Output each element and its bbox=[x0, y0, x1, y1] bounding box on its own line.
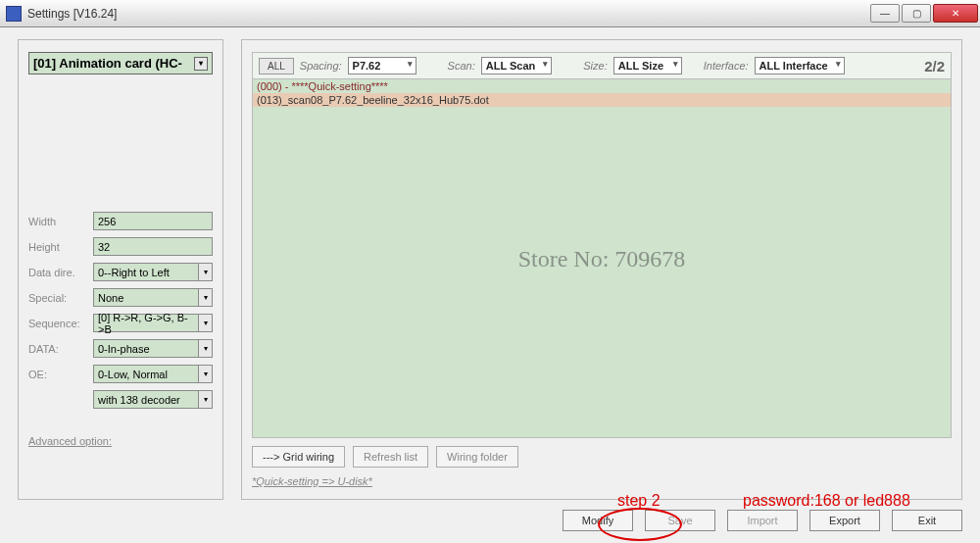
chevron-down-icon: ▾ bbox=[198, 366, 212, 382]
data-dire-select[interactable]: 0--Right to Left▾ bbox=[93, 263, 213, 281]
sequence-label: Sequence: bbox=[28, 318, 87, 329]
save-button[interactable]: Save bbox=[645, 510, 715, 531]
data-select[interactable]: 0-In-phase▾ bbox=[93, 339, 213, 358]
result-count: 2/2 bbox=[924, 58, 945, 74]
special-select[interactable]: None▾ bbox=[93, 288, 213, 307]
interface-label: Interface: bbox=[704, 60, 749, 72]
exit-button[interactable]: Exit bbox=[892, 510, 962, 531]
annotation-password: password:168 or led888 bbox=[743, 492, 910, 510]
spacing-select[interactable]: P7.62 bbox=[348, 57, 416, 74]
modify-button[interactable]: Modify bbox=[563, 510, 633, 531]
minimize-button[interactable]: ― bbox=[870, 4, 900, 23]
window-title: Settings [V16.24] bbox=[27, 7, 117, 21]
chevron-down-icon: ▾ bbox=[198, 391, 212, 408]
width-input[interactable]: 256 bbox=[93, 212, 213, 230]
all-button[interactable]: ALL bbox=[259, 58, 294, 74]
width-label: Width bbox=[28, 216, 87, 227]
interface-select[interactable]: ALL Interface bbox=[755, 57, 845, 74]
size-select[interactable]: ALL Size bbox=[613, 57, 682, 74]
advanced-option-link[interactable]: Advanced option: bbox=[28, 435, 213, 447]
card-select[interactable]: [01] Animation card (HC- ▾ bbox=[28, 52, 213, 74]
scan-select[interactable]: ALL Scan bbox=[481, 57, 553, 74]
height-input[interactable]: 32 bbox=[93, 237, 213, 256]
list-item[interactable]: (000) - ****Quick-setting**** bbox=[253, 79, 951, 93]
annotation-step: step 2 bbox=[617, 492, 661, 510]
spacing-label: Spacing: bbox=[300, 60, 342, 72]
left-panel: [01] Animation card (HC- ▾ Width 256 Hei… bbox=[18, 39, 223, 500]
special-label: Special: bbox=[28, 292, 87, 304]
height-label: Height bbox=[28, 241, 87, 253]
close-button[interactable]: ✕ bbox=[933, 4, 978, 23]
list-item[interactable]: (013)_scan08_P7.62_beeline_32x16_Hub75.d… bbox=[253, 93, 951, 107]
size-label: Size: bbox=[583, 60, 607, 72]
settings-list[interactable]: (000) - ****Quick-setting**** (013)_scan… bbox=[252, 79, 952, 438]
wiring-folder-button[interactable]: Wiring folder bbox=[436, 446, 518, 468]
right-panel: ALL Spacing: P7.62 Scan: ALL Scan Size: … bbox=[241, 39, 962, 500]
chevron-down-icon: ▾ bbox=[198, 289, 212, 306]
quick-setting-link[interactable]: *Quick-setting => U-disk* bbox=[252, 475, 952, 487]
maximize-button[interactable]: ▢ bbox=[902, 4, 931, 23]
app-icon bbox=[6, 6, 22, 22]
sequence-select[interactable]: [0] R->R, G->G, B->B▾ bbox=[93, 314, 213, 332]
data-dire-label: Data dire. bbox=[28, 267, 87, 278]
oe-select[interactable]: 0-Low, Normal▾ bbox=[93, 365, 213, 383]
import-button[interactable]: Import bbox=[727, 510, 798, 531]
refresh-list-button[interactable]: Refresh list bbox=[353, 446, 428, 468]
window-controls: ― ▢ ✕ bbox=[870, 4, 978, 23]
titlebar: Settings [V16.24] ― ▢ ✕ bbox=[0, 0, 980, 27]
grid-wiring-button[interactable]: ---> Grid wiring bbox=[252, 446, 345, 468]
scan-label: Scan: bbox=[448, 60, 475, 72]
chevron-down-icon: ▾ bbox=[198, 340, 212, 357]
mid-button-row: ---> Grid wiring Refresh list Wiring fol… bbox=[252, 438, 952, 475]
filter-bar: ALL Spacing: P7.62 Scan: ALL Scan Size: … bbox=[252, 52, 952, 79]
chevron-down-icon: ▾ bbox=[198, 315, 212, 331]
watermark-text: Store No: 709678 bbox=[518, 245, 686, 272]
oe-label: OE: bbox=[28, 369, 87, 380]
chevron-down-icon: ▾ bbox=[198, 264, 212, 280]
client-area: [01] Animation card (HC- ▾ Width 256 Hei… bbox=[0, 27, 980, 543]
chevron-down-icon: ▾ bbox=[194, 57, 208, 71]
data-label: DATA: bbox=[28, 343, 87, 355]
export-button[interactable]: Export bbox=[809, 510, 880, 531]
decoder-select[interactable]: with 138 decoder▾ bbox=[93, 390, 213, 409]
card-select-value: [01] Animation card (HC- bbox=[33, 56, 182, 71]
